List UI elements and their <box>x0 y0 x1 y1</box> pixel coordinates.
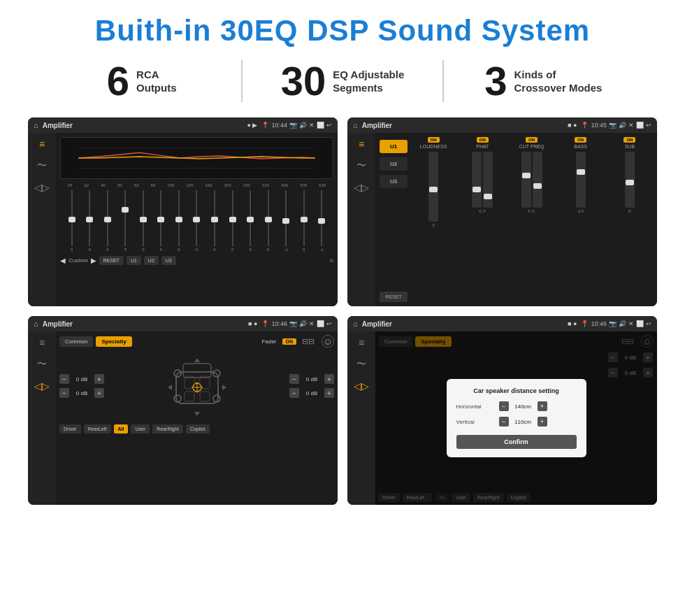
driver-btn[interactable]: Driver <box>59 424 81 434</box>
db-val-fr: 0 dB <box>301 376 322 382</box>
settings-icon[interactable]: ☺ <box>322 335 334 348</box>
speaker-icon-2[interactable]: ◁▷ <box>354 182 369 193</box>
stat-divider-2 <box>442 60 444 102</box>
vertical-plus-btn[interactable]: + <box>538 417 547 427</box>
rearright-btn[interactable]: RearRight <box>152 424 183 434</box>
dialog-vertical-row: Vertical − 110cm + <box>456 417 577 427</box>
vertical-val-text: 110cm <box>511 419 535 425</box>
eq-more-icon[interactable]: » <box>329 257 333 264</box>
speaker-icon[interactable]: ◁▷ <box>34 182 50 193</box>
eq-u3-btn[interactable]: U3 <box>161 256 176 265</box>
horizontal-plus-btn[interactable]: + <box>538 401 547 411</box>
volume-icon-4: 🔊 <box>619 320 626 327</box>
channel-cutfreq: ON CUT FREQ F G <box>508 137 554 302</box>
wave-icon[interactable]: 〜 <box>37 159 47 172</box>
eq-next-btn[interactable]: ▶ <box>91 257 96 264</box>
eq-icon[interactable]: ≡ <box>39 138 45 150</box>
eq-u2-btn[interactable]: U2 <box>144 256 159 265</box>
dialog-horizontal-row: Horizontal − 140cm + <box>456 401 577 411</box>
x-icon-4: ✕ <box>628 320 634 327</box>
preset-u2-btn[interactable]: U2 <box>380 157 408 171</box>
eq-slider-8[interactable]: 0 <box>210 190 219 253</box>
home-icon-4[interactable]: ⌂ <box>353 320 358 328</box>
bass-label: BASS <box>574 144 587 149</box>
eq-chart <box>60 137 333 179</box>
status-bar-2: ⌂ Amplifier ■ ● 📍 10:45 📷 🔊 ✕ ⬜ ↩ <box>347 117 657 133</box>
home-icon-2[interactable]: ⌂ <box>353 121 358 129</box>
eq-slider-7[interactable]: 0 <box>192 190 201 253</box>
cutfreq-on-badge: ON <box>526 137 538 143</box>
eq-reset-btn[interactable]: RESET <box>99 256 124 265</box>
eq-slider-3[interactable]: 5 <box>121 190 129 253</box>
eq-slider-1[interactable]: 0 <box>85 190 94 253</box>
eq-slider-2[interactable]: 0 <box>103 190 112 253</box>
x-icon-3: ✕ <box>309 320 315 327</box>
db-plus-fr[interactable]: + <box>324 374 334 384</box>
fader-slider-mini[interactable]: ⊟⊟ <box>302 337 315 346</box>
wave-icon-2[interactable]: 〜 <box>356 159 366 172</box>
rearleft-btn[interactable]: RearLeft <box>84 424 111 434</box>
back-icon-3: ↩ <box>326 320 332 327</box>
db-plus-rl[interactable]: + <box>94 388 104 398</box>
eq-prev-btn[interactable]: ◀ <box>60 257 66 264</box>
cutfreq-label: CUT FREQ <box>519 144 545 149</box>
db-minus-rr[interactable]: − <box>289 388 299 398</box>
eq-slider-4[interactable]: 0 <box>139 190 147 253</box>
stat-rca: 6 RCAOutputs <box>49 61 234 101</box>
home-icon-1[interactable]: ⌂ <box>34 121 38 129</box>
eq-u1-btn[interactable]: U1 <box>127 256 141 265</box>
dot-icon-4: ■ ● <box>568 320 577 327</box>
copilot-btn[interactable]: Copilot <box>186 424 210 434</box>
eq-slider-5[interactable]: 0 <box>157 190 165 253</box>
vertical-minus-btn[interactable]: − <box>499 417 509 427</box>
db-minus-rl[interactable]: − <box>59 388 69 398</box>
phat-value: G F <box>479 209 486 213</box>
db-control-fr: − 0 dB + <box>289 374 334 384</box>
cutfreq-slider-f[interactable] <box>521 152 531 208</box>
phat-slider-g[interactable] <box>472 152 482 208</box>
db-minus-fr[interactable]: − <box>289 374 299 384</box>
wave-icon-3[interactable]: 〜 <box>37 358 47 371</box>
eq-slider-6[interactable]: 0 <box>175 190 183 253</box>
preset-u1-btn[interactable]: U1 <box>380 140 408 153</box>
home-icon-3[interactable]: ⌂ <box>34 320 38 328</box>
stats-row: 6 RCAOutputs 30 EQ AdjustableSegments 3 … <box>21 60 664 102</box>
loudness-slider[interactable] <box>428 152 438 222</box>
phat-on-badge: ON <box>477 137 489 143</box>
eq-slider-10[interactable]: 0 <box>246 190 254 253</box>
svg-marker-18 <box>194 412 200 416</box>
loudness-value: 0 <box>432 223 434 227</box>
eq-main: 25 32 40 50 63 80 100 125 160 200 250 32… <box>56 133 338 306</box>
eq-slider-14[interactable]: -1 <box>317 190 326 253</box>
phat-slider-f[interactable] <box>483 152 493 208</box>
status-icons-4: 📍 10:46 📷 🔊 ✕ ⬜ ↩ <box>581 320 651 327</box>
db-plus-fl[interactable]: + <box>94 374 104 384</box>
preset-u3-btn[interactable]: U3 <box>380 175 408 188</box>
db-control-rr: − 0 dB + <box>289 388 334 398</box>
stat-eq-number: 30 <box>281 61 326 101</box>
eq-icon-2[interactable]: ≡ <box>359 138 364 150</box>
db-minus-fl[interactable]: − <box>59 374 69 384</box>
eq-slider-0[interactable]: 0 <box>68 190 76 253</box>
cutfreq-slider-g[interactable] <box>533 152 542 208</box>
tab-specialty[interactable]: Specialty <box>96 336 131 347</box>
eq-slider-11[interactable]: 0 <box>264 190 273 253</box>
eq-icon-4[interactable]: ≡ <box>359 337 364 348</box>
location-icon-1: 📍 <box>261 122 269 129</box>
user-btn[interactable]: User <box>131 424 150 434</box>
bass-slider[interactable] <box>576 152 586 208</box>
horizontal-minus-btn[interactable]: − <box>499 401 509 411</box>
eq-slider-13[interactable]: 0 <box>300 190 308 253</box>
speaker-icon-4[interactable]: ◁▷ <box>354 380 369 392</box>
db-plus-rr[interactable]: + <box>324 388 334 398</box>
confirm-btn[interactable]: Confirm <box>456 435 577 449</box>
wave-icon-4[interactable]: 〜 <box>356 358 366 371</box>
eq-slider-9[interactable]: 0 <box>229 190 237 253</box>
speaker-icon-3[interactable]: ◁▷ <box>34 380 50 392</box>
eq-icon-3[interactable]: ≡ <box>39 337 45 348</box>
all-btn[interactable]: All <box>114 424 129 434</box>
eq-slider-12[interactable]: -1 <box>282 190 290 253</box>
tab-common[interactable]: Common <box>59 336 93 347</box>
sub-slider[interactable] <box>625 152 635 208</box>
amp-reset-btn[interactable]: RESET <box>380 292 408 302</box>
